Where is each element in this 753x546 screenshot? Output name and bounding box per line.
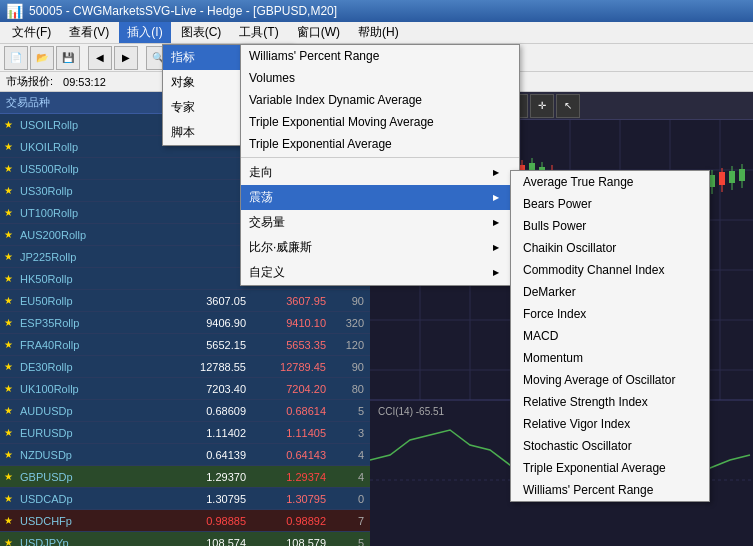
toolbar-new[interactable]: 📄 [4,46,28,70]
star-icon: ★ [0,449,16,460]
osc-atr[interactable]: Average True Range [511,171,709,193]
menu-file[interactable]: 文件(F) [4,22,59,43]
menu-insert[interactable]: 插入(I) [119,22,170,43]
symbol-row[interactable]: ★ EURUSDp 1.11402 1.11405 3 [0,422,370,444]
osc-rvi[interactable]: Relative Vigor Index [511,413,709,435]
symbol-row[interactable]: ★ AUDUSDp 0.68609 0.68614 5 [0,400,370,422]
symbol-ask: 12789.45 [250,361,330,373]
arrow-icon: ▶ [493,168,499,177]
symbol-spread: 90 [330,361,370,373]
osc-force[interactable]: Force Index [511,303,709,325]
osc-chaikin[interactable]: Chaikin Oscillator [511,237,709,259]
ind-custom[interactable]: 自定义 ▶ [241,260,519,285]
symbol-row[interactable]: ★ EU50Rollp 3607.05 3607.95 90 [0,290,370,312]
toolbar-fwd[interactable]: ▶ [114,46,138,70]
symbol-row[interactable]: ★ UK100Rollp 7203.40 7204.20 80 [0,378,370,400]
symbol-ask: 0.98892 [250,515,330,527]
star-icon: ★ [0,383,16,394]
star-icon: ★ [0,361,16,372]
symbol-spread: 90 [330,295,370,307]
symbol-name: AUDUSDp [16,405,170,417]
star-icon: ★ [0,493,16,504]
chart-cursor[interactable]: ↖ [556,94,580,118]
menu-bar: 文件(F) 查看(V) 插入(I) 图表(C) 工具(T) 窗口(W) 帮助(H… [0,22,753,44]
symbol-bid: 7203.40 [170,383,250,395]
symbol-name: FRA40Rollp [16,339,170,351]
star-icon: ★ [0,185,16,196]
symbol-ask: 9410.10 [250,317,330,329]
menu-view[interactable]: 查看(V) [61,22,117,43]
star-icon: ★ [0,207,16,218]
symbol-ask: 5653.35 [250,339,330,351]
symbol-name: EURUSDp [16,427,170,439]
symbol-spread: 320 [330,317,370,329]
symbol-row[interactable]: ★ ESP35Rollp 9406.90 9410.10 320 [0,312,370,334]
ind-tea[interactable]: Triple Exponential Average [241,133,519,155]
separator [241,157,519,158]
title-bar: 📊 50005 - CWGMarketsSVG-Live - Hedge - [… [0,0,753,22]
ind-williams[interactable]: Williams' Percent Range [241,45,519,67]
symbol-bid: 9406.90 [170,317,250,329]
symbol-bid: 0.98885 [170,515,250,527]
symbol-spread: 5 [330,405,370,417]
toolbar-open[interactable]: 📂 [30,46,54,70]
arrow-icon: ▶ [493,268,499,277]
menu-tools[interactable]: 工具(T) [231,22,286,43]
osc-maos[interactable]: Moving Average of Oscillator [511,369,709,391]
symbol-ask: 3607.95 [250,295,330,307]
symbol-spread: 3 [330,427,370,439]
symbol-row[interactable]: ★ USDCHFp 0.98885 0.98892 7 [0,510,370,532]
svg-rect-84 [729,171,735,183]
ind-oscillator[interactable]: 震荡 ▶ [241,185,519,210]
osc-demarker[interactable]: DeMarker [511,281,709,303]
osc-bulls[interactable]: Bulls Power [511,215,709,237]
symbol-row[interactable]: ★ DE30Rollp 12788.55 12789.45 90 [0,356,370,378]
arrow-icon: ▶ [493,243,499,252]
symbol-bid: 1.29370 [170,471,250,483]
symbol-row[interactable]: ★ USDJPYp 108.574 108.579 5 [0,532,370,546]
ind-billwilliams[interactable]: 比尔·威廉斯 ▶ [241,235,519,260]
osc-stoch[interactable]: Stochastic Oscillator [511,435,709,457]
osc-rsi[interactable]: Relative Strength Index [511,391,709,413]
title-text: 50005 - CWGMarketsSVG-Live - Hedge - [GB… [29,4,337,18]
menu-window[interactable]: 窗口(W) [289,22,348,43]
symbol-ask: 108.579 [250,537,330,547]
toolbar-back[interactable]: ◀ [88,46,112,70]
osc-tripleexp[interactable]: Triple Exponential Average [511,457,709,479]
menu-help[interactable]: 帮助(H) [350,22,407,43]
ind-tema[interactable]: Triple Exponential Moving Average [241,111,519,133]
osc-macd[interactable]: MACD [511,325,709,347]
cci-indicator-label: CCI(14) -65.51 [378,406,445,417]
symbol-spread: 4 [330,471,370,483]
symbol-spread: 120 [330,339,370,351]
star-icon: ★ [0,141,16,152]
symbol-row[interactable]: ★ USDCADp 1.30795 1.30795 0 [0,488,370,510]
symbol-row[interactable]: ★ FRA40Rollp 5652.15 5653.35 120 [0,334,370,356]
symbol-ask: 0.68614 [250,405,330,417]
symbol-bid: 108.574 [170,537,250,547]
ind-trend[interactable]: 走向 ▶ [241,160,519,185]
chart-crosshair[interactable]: ✛ [530,94,554,118]
star-icon: ★ [0,537,16,546]
menu-chart[interactable]: 图表(C) [173,22,230,43]
svg-rect-86 [739,169,745,181]
market-time: 09:53:12 [63,76,106,88]
ind-volume[interactable]: 交易量 ▶ [241,210,519,235]
symbol-row[interactable]: ★ NZDUSDp 0.64139 0.64143 4 [0,444,370,466]
oscillator-submenu: Average True Range Bears Power Bulls Pow… [510,170,710,502]
star-icon: ★ [0,405,16,416]
market-label: 市场报价: [6,74,53,89]
symbol-ask: 1.29374 [250,471,330,483]
symbol-ask: 1.30795 [250,493,330,505]
osc-cci[interactable]: Commodity Channel Index [511,259,709,281]
toolbar-save[interactable]: 💾 [56,46,80,70]
ind-vida[interactable]: Variable Index Dynamic Average [241,89,519,111]
symbol-row[interactable]: ★ GBPUSDp 1.29370 1.29374 4 [0,466,370,488]
star-icon: ★ [0,427,16,438]
symbol-name: ESP35Rollp [16,317,170,329]
osc-momentum[interactable]: Momentum [511,347,709,369]
osc-willpct[interactable]: Williams' Percent Range [511,479,709,501]
osc-bears[interactable]: Bears Power [511,193,709,215]
symbol-name: DE30Rollp [16,361,170,373]
ind-volumes[interactable]: Volumes [241,67,519,89]
